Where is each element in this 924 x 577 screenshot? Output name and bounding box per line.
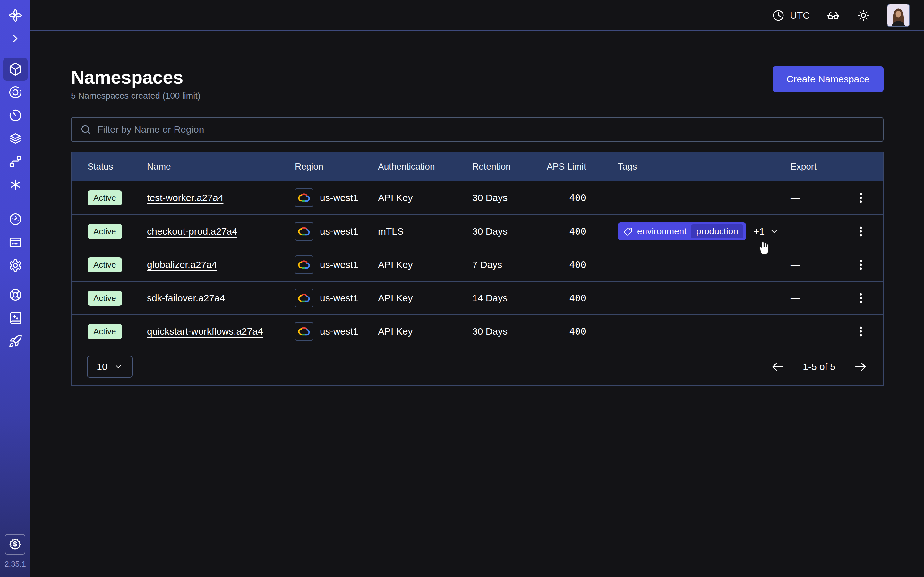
workflow-icon — [8, 155, 23, 169]
sidebar-item-schedules[interactable] — [3, 104, 27, 127]
rocket-icon — [8, 334, 23, 348]
feedback-button[interactable] — [827, 9, 840, 22]
aps-value: 400 — [546, 259, 586, 270]
topbar: UTC — [31, 0, 924, 31]
gcp-icon — [295, 289, 313, 308]
sidebar-item-docs[interactable] — [3, 306, 27, 330]
create-namespace-button[interactable]: Create Namespace — [772, 66, 884, 92]
table-footer: 10 1-5 of 5 — [71, 348, 883, 385]
retention-value: 7 Days — [472, 259, 546, 270]
table-row: Active globalizer.a27a4 us-west1 API Key… — [71, 248, 883, 281]
sidebar-item-namespaces[interactable] — [3, 58, 27, 81]
region-label: us-west1 — [320, 293, 359, 303]
sidebar-item-usage[interactable] — [3, 208, 27, 231]
auth-value: API Key — [378, 192, 472, 203]
region-label: us-west1 — [320, 259, 359, 270]
aps-value: 400 — [546, 192, 586, 203]
filter-bar — [71, 117, 884, 142]
main-content: Namespaces 5 Namespaces created (100 lim… — [31, 32, 924, 577]
status-badge: Active — [87, 291, 122, 306]
next-page-button[interactable] — [853, 359, 867, 374]
gauge-icon — [8, 212, 23, 226]
col-name: Name — [147, 161, 295, 172]
namespace-link[interactable]: quickstart-workflows.a27a4 — [147, 326, 263, 337]
sidebar-item-services[interactable] — [3, 173, 27, 196]
sidebar-item-support[interactable] — [3, 284, 27, 306]
row-menu-button[interactable] — [838, 258, 883, 271]
layers-icon — [8, 131, 23, 145]
row-menu-button[interactable] — [838, 191, 883, 204]
status-badge: Active — [87, 224, 122, 239]
credits-badge-icon — [8, 538, 22, 551]
sidebar-item-settings[interactable] — [3, 254, 27, 277]
export-value: — — [790, 326, 838, 337]
chevron-down-icon — [769, 226, 779, 237]
credits-button[interactable] — [5, 534, 25, 554]
sidebar-item-deployments[interactable] — [3, 127, 27, 150]
auth-value: API Key — [378, 326, 472, 337]
gcp-icon — [295, 255, 313, 274]
theme-toggle-button[interactable] — [857, 9, 870, 22]
sidebar: 2.35.1 — [0, 0, 31, 577]
region-label: us-west1 — [320, 326, 359, 337]
tags-expand-button[interactable]: +1 — [754, 226, 779, 237]
timezone-label: UTC — [790, 10, 810, 21]
row-menu-button[interactable] — [838, 225, 883, 238]
filter-input[interactable] — [97, 124, 875, 135]
docs-book-icon — [8, 311, 23, 325]
namespace-link[interactable]: test-worker.a27a4 — [147, 192, 223, 203]
export-value: — — [790, 192, 838, 203]
asterisk-icon — [8, 177, 23, 192]
user-avatar[interactable] — [887, 4, 910, 27]
chevron-down-icon — [114, 362, 123, 371]
page-size-value: 10 — [97, 361, 107, 372]
sidebar-item-getting-started[interactable] — [3, 330, 27, 353]
namespace-link[interactable]: checkout-prod.a27a4 — [147, 226, 237, 237]
aps-value: 400 — [546, 226, 586, 237]
cube-icon — [8, 62, 23, 76]
kebab-icon — [855, 225, 867, 238]
kebab-icon — [855, 191, 867, 204]
table-row: Active quickstart-workflows.a27a4 us-wes… — [71, 314, 883, 348]
tag-chip[interactable]: environment production — [618, 222, 746, 240]
search-icon — [80, 124, 91, 135]
gcp-icon — [295, 189, 313, 207]
timezone-selector[interactable]: UTC — [772, 9, 810, 22]
page-size-select[interactable]: 10 — [87, 356, 132, 378]
status-badge: Active — [87, 324, 122, 339]
kebab-icon — [855, 325, 867, 338]
retention-value: 30 Days — [472, 226, 546, 237]
auth-value: API Key — [378, 293, 472, 303]
region-label: us-west1 — [320, 226, 359, 237]
row-menu-button[interactable] — [838, 325, 883, 338]
sidebar-expand-button[interactable] — [9, 32, 22, 45]
arrow-left-icon — [771, 359, 785, 374]
aps-value: 400 — [546, 326, 586, 337]
namespace-link[interactable]: globalizer.a27a4 — [147, 259, 217, 270]
tag-key: environment — [637, 226, 687, 237]
col-region: Region — [295, 161, 378, 172]
tag-more-count: +1 — [754, 226, 764, 237]
sidebar-divider — [0, 279, 31, 280]
col-aps-limit: APS Limit — [546, 161, 586, 172]
clock-icon — [772, 9, 785, 22]
row-menu-button[interactable] — [838, 292, 883, 305]
page-subtitle: 5 Namespaces created (100 limit) — [71, 91, 200, 101]
tag-value: production — [691, 224, 743, 239]
region-label: us-west1 — [320, 192, 359, 203]
col-authentication: Authentication — [378, 161, 472, 172]
col-status: Status — [87, 161, 147, 172]
timer-icon — [8, 108, 23, 122]
retention-value: 30 Days — [472, 192, 546, 203]
sidebar-item-billing[interactable] — [3, 231, 27, 254]
prev-page-button[interactable] — [771, 359, 785, 374]
glasses-icon — [827, 9, 840, 22]
sidebar-item-nexus[interactable] — [3, 150, 27, 173]
namespace-link[interactable]: sdk-failover.a27a4 — [147, 293, 225, 303]
gcp-icon — [295, 322, 313, 341]
sidebar-item-insights[interactable] — [3, 81, 27, 104]
retention-value: 14 Days — [472, 293, 546, 303]
temporal-logo-icon — [8, 8, 23, 23]
billing-card-icon — [8, 235, 23, 250]
aps-value: 400 — [546, 293, 586, 303]
